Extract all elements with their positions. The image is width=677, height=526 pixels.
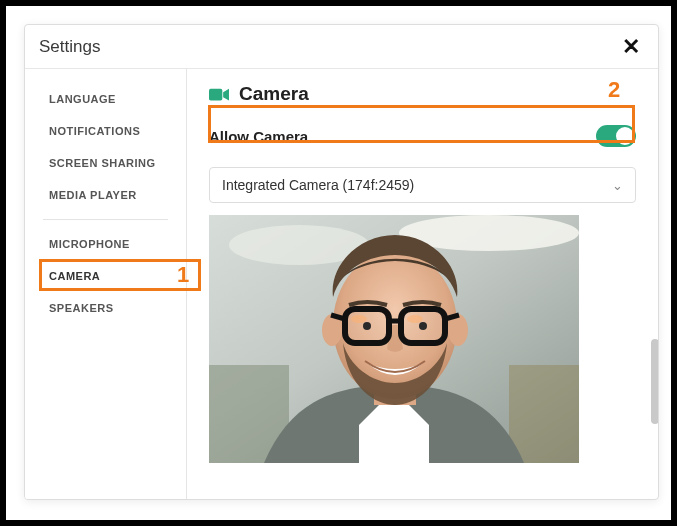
dialog-header: Settings ✕ (25, 25, 658, 69)
sidebar-item-microphone[interactable]: MICROPHONE (25, 228, 186, 260)
svg-rect-0 (209, 89, 222, 101)
sidebar-item-notifications[interactable]: NOTIFICATIONS (25, 115, 186, 147)
svg-point-15 (363, 322, 371, 330)
allow-camera-row: Allow Camera (209, 119, 636, 153)
dialog-title: Settings (39, 37, 100, 57)
svg-point-16 (419, 322, 427, 330)
settings-sidebar: LANGUAGE NOTIFICATIONS SCREEN SHARING ME… (25, 69, 187, 499)
sidebar-item-language[interactable]: LANGUAGE (25, 83, 186, 115)
settings-content: Camera Allow Camera Integrated Camera (1… (187, 69, 658, 499)
content-heading: Camera (239, 83, 309, 105)
camera-preview (209, 215, 579, 463)
chevron-down-icon: ⌄ (612, 178, 623, 193)
sidebar-item-screen-sharing[interactable]: SCREEN SHARING (25, 147, 186, 179)
sidebar-item-label: MEDIA PLAYER (49, 189, 137, 201)
sidebar-item-label: MICROPHONE (49, 238, 130, 250)
sidebar-item-label: CAMERA (49, 270, 100, 282)
sidebar-item-label: SPEAKERS (49, 302, 114, 314)
sidebar-item-label: SCREEN SHARING (49, 157, 156, 169)
content-header: Camera (209, 83, 636, 105)
settings-dialog: Settings ✕ LANGUAGE NOTIFICATIONS SCREEN… (24, 24, 659, 500)
sidebar-item-speakers[interactable]: SPEAKERS (25, 292, 186, 324)
toggle-knob (616, 127, 634, 145)
camera-select[interactable]: Integrated Camera (174f:2459) ⌄ (209, 167, 636, 203)
screenshot-frame: Settings ✕ LANGUAGE NOTIFICATIONS SCREEN… (0, 0, 677, 526)
allow-camera-toggle[interactable] (596, 125, 636, 147)
scrollbar-thumb[interactable] (651, 339, 659, 424)
sidebar-divider (43, 219, 168, 220)
camera-select-value: Integrated Camera (174f:2459) (222, 177, 414, 193)
dialog-body: LANGUAGE NOTIFICATIONS SCREEN SHARING ME… (25, 69, 658, 499)
svg-rect-5 (509, 365, 579, 463)
sidebar-item-label: LANGUAGE (49, 93, 116, 105)
sidebar-item-label: NOTIFICATIONS (49, 125, 140, 137)
close-icon: ✕ (622, 34, 640, 59)
sidebar-item-media-player[interactable]: MEDIA PLAYER (25, 179, 186, 211)
svg-point-17 (351, 315, 367, 323)
sidebar-item-camera[interactable]: CAMERA (25, 260, 186, 292)
allow-camera-label: Allow Camera (209, 128, 308, 145)
close-button[interactable]: ✕ (618, 34, 644, 60)
camera-icon (209, 87, 229, 101)
svg-point-18 (407, 315, 423, 323)
